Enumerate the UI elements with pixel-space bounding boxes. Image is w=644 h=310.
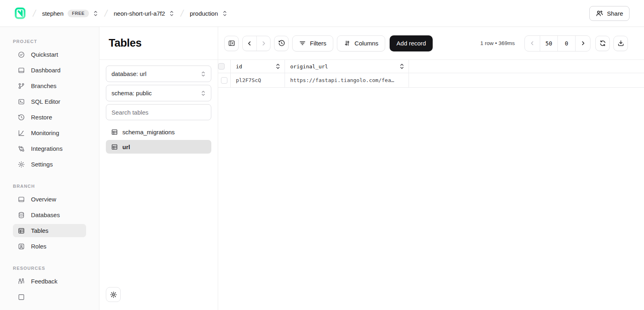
- history-nav-group: [242, 36, 270, 51]
- check-circle-icon: [18, 51, 25, 58]
- row-checkbox[interactable]: [221, 77, 227, 84]
- filter-icon: [299, 40, 306, 46]
- add-record-button[interactable]: Add record: [390, 35, 433, 51]
- top-bar: / stephen FREE / neon-short-url-a7f2 / p…: [0, 0, 644, 27]
- chevron-left-icon: [247, 41, 252, 46]
- share-button[interactable]: Share: [589, 6, 630, 21]
- filters-button[interactable]: Filters: [292, 35, 333, 51]
- query-history-button[interactable]: [274, 36, 289, 51]
- history-clock-icon: [278, 39, 285, 47]
- project-name: neon-short-url-a7f2: [114, 10, 165, 17]
- sidebar-item-label: Databases: [31, 211, 60, 218]
- sidebar-item-monitoring[interactable]: Monitoring: [13, 126, 86, 140]
- sidebar-item-label: Tables: [31, 227, 48, 234]
- row-select-cell: [218, 73, 231, 87]
- sidebar-item-label: Overview: [31, 196, 56, 203]
- window-icon: [18, 196, 25, 203]
- gear-icon: [18, 161, 25, 168]
- columns-button[interactable]: Columns: [337, 35, 385, 51]
- panel-settings-button[interactable]: [106, 287, 121, 302]
- page-prev-button[interactable]: [525, 36, 540, 51]
- section-title-project: PROJECT: [13, 39, 99, 44]
- panel-collapse-icon: [228, 39, 235, 47]
- sidebar-item-integrations[interactable]: Integrations: [13, 142, 86, 155]
- database-select[interactable]: database: url: [106, 66, 211, 82]
- column-header-id[interactable]: id: [231, 60, 285, 73]
- row-count-status: 1 row • 369ms: [480, 40, 521, 46]
- table-icon: [18, 227, 25, 234]
- sidebar-item-databases[interactable]: Databases: [13, 208, 86, 222]
- users-icon: [596, 10, 603, 17]
- database-select-value: database: url: [111, 70, 147, 77]
- sidebar-item-branches[interactable]: Branches: [13, 79, 86, 92]
- neon-logo-icon[interactable]: [14, 7, 27, 20]
- sidebar-item-tables[interactable]: Tables: [13, 224, 86, 237]
- sidebar-item-restore[interactable]: Restore: [13, 111, 86, 124]
- sort-updown-icon[interactable]: [399, 63, 405, 70]
- chevron-updown-icon: [222, 10, 227, 16]
- cell-original-url[interactable]: https://fastapi.tiangolo.com/fea…: [285, 73, 409, 87]
- sql-terminal-icon: [18, 98, 25, 105]
- columns-label: Columns: [355, 40, 378, 47]
- table-icon: [111, 129, 118, 135]
- chart-line-icon: [18, 129, 25, 137]
- breadcrumb-branch[interactable]: production: [190, 10, 227, 17]
- column-header-original-url[interactable]: original_url: [285, 60, 409, 73]
- search-tables-input[interactable]: [106, 104, 211, 120]
- nav-forward-button[interactable]: [256, 36, 270, 51]
- refresh-icon: [599, 39, 607, 47]
- sort-updown-icon[interactable]: [275, 63, 281, 70]
- column-label: id: [236, 64, 242, 70]
- schema-select[interactable]: schema: public: [106, 85, 211, 101]
- select-all-checkbox[interactable]: [218, 63, 225, 70]
- collapse-panel-button[interactable]: [224, 36, 239, 51]
- git-branch-icon: [18, 82, 25, 90]
- download-icon: [617, 39, 625, 47]
- sidebar-item-roles[interactable]: Roles: [13, 240, 86, 253]
- breadcrumb-account[interactable]: stephen FREE: [42, 10, 98, 17]
- sidebar-item-label: Restore: [31, 114, 52, 121]
- branch-name: production: [190, 10, 218, 17]
- sidebar-item-settings[interactable]: Settings: [13, 158, 86, 171]
- refresh-button[interactable]: [595, 36, 610, 51]
- plan-badge: FREE: [68, 10, 89, 17]
- chevron-updown-icon: [169, 10, 174, 16]
- grid-data-row[interactable]: pl2F7ScQ https://fastapi.tiangolo.com/fe…: [218, 73, 644, 88]
- sidebar-item-quickstart[interactable]: Quickstart: [13, 48, 86, 61]
- sidebar-item-label: Integrations: [31, 145, 62, 152]
- chevron-left-icon: [530, 41, 535, 46]
- sidebar-item-label: Settings: [31, 161, 53, 168]
- sidebar-item-feedback[interactable]: Feedback: [13, 275, 86, 288]
- page-size-input[interactable]: 50: [540, 36, 557, 51]
- page-offset-input[interactable]: 0: [557, 36, 575, 51]
- chevron-updown-icon: [93, 10, 98, 16]
- sidebar: PROJECT Quickstart Dashboard Branches SQ…: [0, 27, 99, 310]
- page-next-button[interactable]: [575, 36, 590, 51]
- records-grid: id original_url pl2F7ScQ https://f: [218, 60, 644, 88]
- breadcrumb-project[interactable]: neon-short-url-a7f2: [114, 10, 175, 17]
- sidebar-item-label: Feedback: [31, 278, 58, 285]
- git-compare-icon: [18, 145, 25, 152]
- table-name: url: [122, 144, 130, 150]
- sidebar-item-sql-editor[interactable]: SQL Editor: [13, 95, 86, 108]
- table-name: schema_migrations: [122, 129, 175, 135]
- sidebar-item-overview[interactable]: Overview: [13, 193, 86, 206]
- table-list-item-schema-migrations[interactable]: schema_migrations: [106, 125, 211, 139]
- sidebar-item-dashboard[interactable]: Dashboard: [13, 64, 86, 77]
- sidebar-item-label: Quickstart: [31, 51, 58, 58]
- table-list-item-url[interactable]: url: [106, 140, 211, 154]
- column-label: original_url: [290, 64, 328, 70]
- download-button[interactable]: [613, 36, 628, 51]
- select-all-cell: [218, 60, 231, 73]
- nav-back-button[interactable]: [243, 36, 256, 51]
- chevron-right-icon: [580, 41, 586, 46]
- table-icon: [111, 144, 118, 150]
- sidebar-item-label: Branches: [31, 82, 56, 89]
- sidebar-item-label: Monitoring: [31, 129, 59, 136]
- user-badge-icon: [18, 243, 25, 250]
- users-icon: [18, 278, 25, 285]
- sidebar-item-partial[interactable]: [13, 290, 86, 304]
- cell-id[interactable]: pl2F7ScQ: [231, 73, 285, 87]
- history-clock-icon: [18, 114, 25, 121]
- breadcrumb-separator: /: [32, 8, 37, 19]
